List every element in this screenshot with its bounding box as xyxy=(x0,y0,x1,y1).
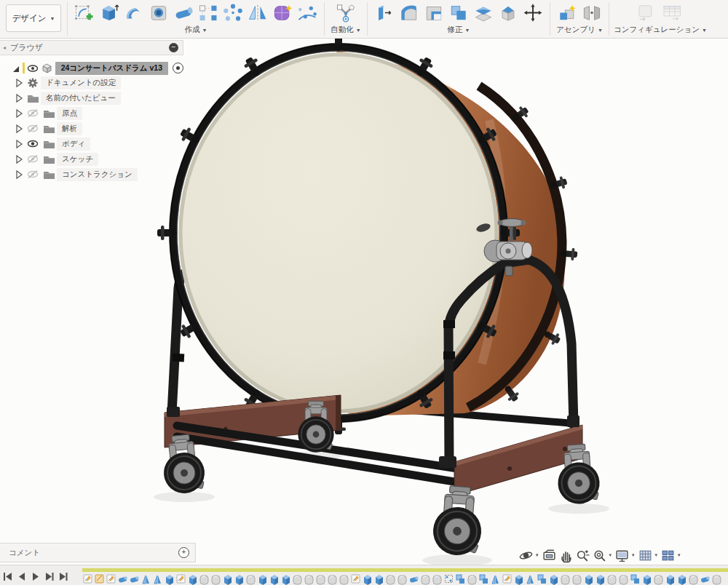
timeline-feature-box[interactable] xyxy=(281,573,290,585)
timeline-feature-round[interactable] xyxy=(328,573,337,585)
tree-item-label[interactable]: コンストラクション xyxy=(57,168,138,181)
timeline-feature-round[interactable] xyxy=(689,573,698,585)
create-sketch-icon[interactable] xyxy=(72,1,97,23)
modify-group-label[interactable]: 修正▼ xyxy=(448,24,470,36)
timeline-feature-round[interactable] xyxy=(199,573,209,585)
step-back-button[interactable] xyxy=(16,572,27,581)
timeline-feature-box[interactable] xyxy=(269,573,279,585)
display-settings-icon[interactable] xyxy=(614,548,630,563)
timeline-feature-pipe[interactable] xyxy=(409,573,419,585)
eye-visible-icon[interactable] xyxy=(27,139,39,148)
timeline-feature-round[interactable] xyxy=(572,573,582,585)
timeline-feature-box[interactable] xyxy=(584,573,593,585)
skip-to-start-button[interactable] xyxy=(2,572,13,581)
zoom-icon[interactable] xyxy=(575,548,590,563)
timeline-feature-box[interactable] xyxy=(642,573,652,585)
collapsed-triangle-icon[interactable] xyxy=(15,124,23,134)
timeline-feature-round[interactable] xyxy=(619,573,628,585)
extrude-icon[interactable] xyxy=(97,1,122,23)
timeline-feature-sketch[interactable] xyxy=(502,573,512,585)
tree-item-origin[interactable]: 原点 xyxy=(0,106,183,121)
collapse-arrow-icon[interactable]: ◂ xyxy=(3,44,6,51)
assemble-group-label[interactable]: アセンブリ▼ xyxy=(556,24,603,36)
tree-item-construction[interactable]: コンストラクション xyxy=(0,167,183,182)
timeline-feature-box[interactable] xyxy=(514,573,523,585)
eye-hidden-icon[interactable] xyxy=(27,154,39,164)
automation-icon[interactable] xyxy=(329,1,363,23)
split-body-icon[interactable] xyxy=(471,1,496,23)
timeline-feature-round[interactable] xyxy=(607,573,617,585)
timeline-feature-pipe[interactable] xyxy=(118,573,127,585)
tree-root-component[interactable]: 24コンサートバスドラム v13 xyxy=(10,61,183,75)
form-icon[interactable] xyxy=(270,1,295,23)
grid-settings-icon[interactable] xyxy=(638,548,653,563)
collapsed-triangle-icon[interactable] xyxy=(15,139,23,149)
tree-item-sketches[interactable]: スケッチ xyxy=(0,151,183,167)
timeline-feature-round[interactable] xyxy=(397,573,407,585)
tree-item-analysis[interactable]: 解析 xyxy=(0,121,183,136)
automate-group-label[interactable]: 自動化▼ xyxy=(331,24,360,36)
timeline-feature-round[interactable] xyxy=(293,573,302,585)
timeline-feature-sketch[interactable] xyxy=(106,573,116,585)
timeline-feature-mirror[interactable] xyxy=(491,573,500,585)
browser-header[interactable]: ◂ ブラウザ − xyxy=(0,40,183,55)
configure-group-label[interactable]: コンフィギュレーション▼ xyxy=(614,24,707,36)
pan-icon[interactable] xyxy=(558,548,574,563)
eye-hidden-icon[interactable] xyxy=(27,124,39,133)
timeline-range-highlight[interactable] xyxy=(82,568,728,572)
timeline-feature-round[interactable] xyxy=(316,573,325,585)
new-component-icon[interactable] xyxy=(555,1,579,23)
eye-hidden-icon[interactable] xyxy=(27,170,39,179)
timeline-feature-stack[interactable] xyxy=(456,573,465,585)
chevron-down-icon[interactable]: ▾ xyxy=(655,552,658,558)
timeline-feature-box[interactable] xyxy=(677,573,687,585)
timeline-feature-box[interactable] xyxy=(374,573,384,585)
chevron-down-icon[interactable]: ▾ xyxy=(632,552,635,558)
timeline-feature-round[interactable] xyxy=(432,573,442,585)
timeline-feature-round[interactable] xyxy=(304,573,314,585)
timeline-feature-round[interactable] xyxy=(561,573,570,585)
timeline-feature-stack[interactable] xyxy=(479,573,488,585)
mirror-icon[interactable] xyxy=(245,1,270,23)
shell-icon[interactable] xyxy=(422,1,446,23)
rectangular-pattern-icon[interactable] xyxy=(196,1,221,23)
timeline-feature-box[interactable] xyxy=(165,573,174,585)
tree-item-label[interactable]: 名前の付いたビュー xyxy=(41,92,121,105)
root-component-name[interactable]: 24コンサートバスドラム v13 xyxy=(55,62,168,75)
timeline-feature-round[interactable] xyxy=(211,573,221,585)
step-forward-button[interactable] xyxy=(44,572,55,581)
combine-icon[interactable] xyxy=(446,1,471,23)
collapsed-triangle-icon[interactable] xyxy=(15,154,23,164)
joint-icon[interactable] xyxy=(579,1,604,23)
workspace-selector-button[interactable]: デザイン ▼ xyxy=(6,4,61,32)
collapsed-triangle-icon[interactable] xyxy=(15,93,23,103)
eye-visible-icon[interactable] xyxy=(27,64,39,73)
timeline-feature-box[interactable] xyxy=(596,573,605,585)
press-pull-icon[interactable] xyxy=(372,1,397,23)
create-group-label[interactable]: 作成▼ xyxy=(185,24,207,36)
hole-icon[interactable] xyxy=(146,1,171,23)
activate-component-radio[interactable] xyxy=(173,63,183,73)
timeline-feature-box[interactable] xyxy=(223,573,232,585)
fit-icon[interactable] xyxy=(592,548,607,563)
tree-item-bodies[interactable]: ボディ xyxy=(0,136,183,151)
create-curve-icon[interactable] xyxy=(295,1,320,23)
timeline-feature-round[interactable] xyxy=(712,573,721,585)
timeline-feature-pipe[interactable] xyxy=(700,573,710,585)
tree-item-label[interactable]: 原点 xyxy=(57,107,82,120)
configuration-table-icon[interactable] xyxy=(657,1,688,23)
move-icon[interactable] xyxy=(521,1,545,23)
timeline-feature-round[interactable] xyxy=(654,573,663,585)
timeline-feature-stack[interactable] xyxy=(537,573,547,585)
skip-to-end-button[interactable] xyxy=(58,572,68,581)
timeline-feature-mirror[interactable] xyxy=(141,573,151,585)
tree-item-label[interactable]: 解析 xyxy=(57,122,82,135)
play-button[interactable] xyxy=(30,572,41,581)
timeline-feature-box[interactable] xyxy=(363,573,372,585)
timeline-feature-box[interactable] xyxy=(188,573,197,585)
timeline-feature-sketch[interactable] xyxy=(351,573,360,585)
collapsed-triangle-icon[interactable] xyxy=(15,170,23,180)
fillet-icon[interactable] xyxy=(397,1,422,23)
draft-icon[interactable] xyxy=(496,1,521,23)
timeline-feature-round[interactable] xyxy=(421,573,430,585)
